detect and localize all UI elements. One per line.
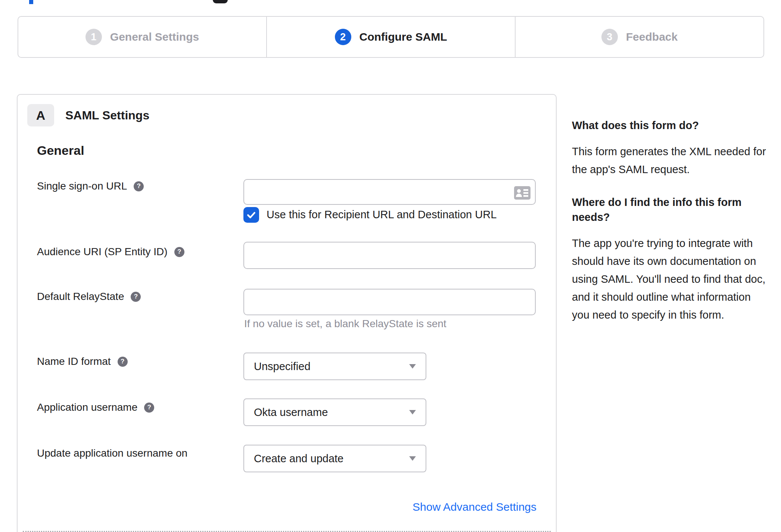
relay-state-label: Default RelayState	[37, 291, 124, 303]
use-for-recipient-checkbox[interactable]	[243, 207, 259, 223]
wizard-stepper: 1 General Settings 2 Configure SAML 3 Fe…	[18, 16, 764, 58]
name-id-format-value: Unspecified	[254, 360, 311, 373]
update-username-label: Update application username on	[37, 447, 187, 459]
relay-state-label-row: Default RelayState ?	[37, 290, 141, 303]
name-id-format-label-row: Name ID format ?	[37, 355, 128, 368]
help-icon[interactable]: ?	[118, 357, 128, 367]
sso-url-label: Single sign-on URL	[37, 180, 127, 192]
update-username-value: Create and update	[254, 453, 343, 465]
step-label: General Settings	[110, 31, 199, 43]
show-advanced-settings-link[interactable]: Show Advanced Settings	[413, 501, 536, 513]
step-label: Feedback	[626, 31, 678, 43]
saml-settings-panel: A SAML Settings General Single sign-on U…	[17, 94, 557, 532]
help-icon[interactable]: ?	[174, 247, 184, 257]
audience-uri-label-row: Audience URI (SP Entity ID) ?	[37, 245, 184, 258]
sso-url-label-row: Single sign-on URL ?	[37, 180, 144, 193]
step-configure-saml[interactable]: 2 Configure SAML	[266, 17, 515, 57]
panel-title: SAML Settings	[65, 109, 149, 122]
sidebar-answer-1: This form generates the XML needed for t…	[572, 143, 770, 178]
step-number-badge: 1	[85, 29, 102, 45]
application-username-select[interactable]: Okta username	[243, 398, 426, 426]
relay-state-input[interactable]	[243, 289, 536, 315]
help-icon[interactable]: ?	[134, 181, 144, 191]
configure-saml-page: 1 General Settings 2 Configure SAML 3 Fe…	[0, 0, 781, 532]
application-username-label-row: Application username ?	[37, 401, 154, 414]
help-icon[interactable]: ?	[131, 292, 141, 302]
name-id-format-select[interactable]: Unspecified	[243, 353, 426, 380]
general-section-title: General	[37, 143, 84, 158]
chevron-down-icon	[409, 456, 416, 461]
checkmark-icon	[246, 209, 257, 220]
sidebar-answer-2: The app you're trying to integrate with …	[572, 234, 770, 324]
header-icon-fragment	[213, 0, 228, 3]
logo-fragment	[29, 0, 33, 4]
sidebar-question-1: What does this form do?	[572, 118, 770, 133]
sidebar-question-2: Where do I find the info this form needs…	[572, 195, 770, 225]
chevron-down-icon	[409, 364, 416, 369]
panel-header: A SAML Settings	[27, 104, 149, 126]
use-for-recipient-label[interactable]: Use this for Recipient URL and Destinati…	[267, 209, 497, 221]
update-username-select[interactable]: Create and update	[243, 445, 426, 472]
name-id-format-label: Name ID format	[37, 356, 111, 367]
update-username-label-row: Update application username on	[37, 447, 187, 460]
step-label: Configure SAML	[360, 31, 447, 43]
contact-card-icon[interactable]	[514, 186, 530, 200]
step-number-badge: 3	[601, 29, 618, 45]
help-icon[interactable]: ?	[144, 403, 154, 413]
audience-uri-label: Audience URI (SP Entity ID)	[37, 246, 168, 258]
step-feedback[interactable]: 3 Feedback	[515, 17, 763, 57]
application-username-value: Okta username	[254, 406, 328, 419]
step-number-badge: 2	[335, 29, 351, 45]
relay-state-hint: If no value is set, a blank RelayState i…	[244, 318, 446, 330]
step-general-settings[interactable]: 1 General Settings	[18, 17, 266, 57]
help-sidebar: What does this form do? This form genera…	[572, 118, 770, 340]
chevron-down-icon	[409, 410, 416, 414]
application-username-label: Application username	[37, 401, 137, 413]
section-a-badge: A	[27, 104, 54, 126]
sso-url-input[interactable]	[243, 179, 536, 205]
audience-uri-input[interactable]	[243, 242, 536, 269]
